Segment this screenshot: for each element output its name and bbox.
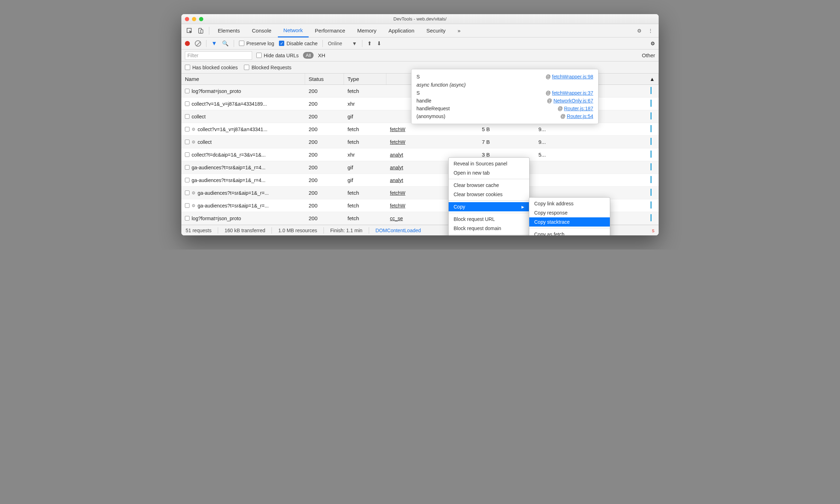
- table-row[interactable]: ga-audiences?t=sr&aip=1&_r=4...200gifana…: [181, 161, 659, 174]
- initiator-link[interactable]: fetchW: [390, 127, 406, 132]
- disable-cache-checkbox[interactable]: Disable cache: [279, 41, 317, 46]
- download-icon[interactable]: ⬇: [377, 40, 381, 47]
- row-checkbox[interactable]: [185, 140, 189, 144]
- stack-link[interactable]: Router.js:54: [567, 113, 593, 119]
- search-icon[interactable]: 🔍: [222, 40, 229, 47]
- gear-icon: ⚙: [192, 140, 196, 145]
- filter-all[interactable]: All: [303, 52, 314, 59]
- status-resources: 1.0 MB resources: [278, 228, 317, 233]
- filter-xhr[interactable]: XH: [318, 52, 325, 58]
- copy-submenu: Copy link address Copy response Copy sta…: [529, 197, 610, 235]
- table-row[interactable]: ⚙collect?v=1&_v=j87&a=43341...200fetchfe…: [181, 123, 659, 136]
- preserve-log-checkbox[interactable]: Preserve log: [239, 41, 274, 46]
- row-checkbox[interactable]: [185, 127, 189, 131]
- network-toolbar: ▼ 🔍 Preserve log Disable cache Online▼ ⬆…: [181, 37, 659, 49]
- upload-icon[interactable]: ⬆: [367, 40, 372, 47]
- throttle-select[interactable]: Online▼: [328, 41, 357, 46]
- tab-application[interactable]: Application: [383, 24, 420, 37]
- initiator-link[interactable]: fetchW: [390, 139, 406, 145]
- gear-icon: ⚙: [192, 127, 196, 132]
- table-row[interactable]: collect?t=dc&aip=1&_r=3&v=1&...200xhrana…: [181, 148, 659, 161]
- status-requests: 51 requests: [186, 228, 211, 233]
- row-checkbox[interactable]: [185, 178, 189, 182]
- ctx-block-url[interactable]: Block request URL: [449, 215, 529, 224]
- tab-console[interactable]: Console: [246, 24, 277, 37]
- initiator-link[interactable]: fetchW: [390, 203, 406, 209]
- kebab-icon[interactable]: ⋮: [645, 25, 656, 36]
- table-row[interactable]: ⚙collect200fetchfetchW7 B9...: [181, 136, 659, 148]
- table-row[interactable]: ga-audiences?t=sr&aip=1&_r=4...200gifana…: [181, 174, 659, 187]
- row-checkbox[interactable]: [185, 101, 189, 106]
- initiator-link[interactable]: cc_se: [390, 216, 403, 221]
- col-name[interactable]: Name: [181, 74, 305, 84]
- row-checkbox[interactable]: [185, 114, 189, 119]
- main-toolbar: Elements Console Network Performance Mem…: [181, 24, 659, 37]
- window-title: DevTools - web.dev/vitals/: [181, 16, 659, 22]
- tab-memory[interactable]: Memory: [351, 24, 382, 37]
- initiator-link[interactable]: analyt: [390, 152, 403, 158]
- titlebar: DevTools - web.dev/vitals/: [181, 14, 659, 24]
- ctx-open-new[interactable]: Open in new tab: [449, 168, 529, 177]
- settings-icon[interactable]: ⚙: [651, 41, 655, 46]
- tab-elements[interactable]: Elements: [212, 24, 246, 37]
- status-finish: Finish: 1.1 min: [330, 228, 362, 233]
- initiator-link[interactable]: analyt: [390, 177, 403, 183]
- gear-icon: ⚙: [192, 203, 196, 208]
- tab-security[interactable]: Security: [421, 24, 451, 37]
- initiator-link[interactable]: fetchW: [390, 190, 406, 196]
- stacktrace-tooltip: S@ fetchWrapper.js:98 async function (as…: [411, 69, 599, 124]
- has-blocked-checkbox[interactable]: Has blocked cookies: [185, 65, 238, 70]
- stack-link[interactable]: Router.js:187: [564, 106, 594, 111]
- gear-icon: ⚙: [192, 191, 196, 195]
- status-dcl: DOMContentLoaded: [375, 228, 421, 233]
- device-icon[interactable]: [196, 25, 206, 36]
- hide-data-urls-checkbox[interactable]: Hide data URLs: [256, 53, 299, 58]
- context-menu: Reveal in Sources panel Open in new tab …: [448, 157, 530, 235]
- row-checkbox[interactable]: [185, 152, 189, 157]
- row-checkbox[interactable]: [185, 165, 189, 170]
- gear-icon[interactable]: ⚙: [634, 25, 644, 36]
- ctx-block-domain[interactable]: Block request domain: [449, 224, 529, 233]
- more-tabs[interactable]: »: [452, 24, 466, 37]
- svg-rect-2: [201, 30, 203, 33]
- sub-copy-response[interactable]: Copy response: [529, 208, 610, 217]
- initiator-link[interactable]: analyt: [390, 165, 403, 170]
- tab-network[interactable]: Network: [278, 24, 309, 37]
- stack-link[interactable]: NetworkOnly.js:67: [553, 98, 593, 104]
- stack-link[interactable]: fetchWrapper.js:98: [552, 74, 593, 80]
- status-load-suffix: s: [652, 228, 654, 233]
- status-transferred: 160 kB transferred: [224, 228, 265, 233]
- record-icon[interactable]: [185, 41, 190, 46]
- sub-copy-fetch[interactable]: Copy as fetch: [529, 230, 610, 235]
- sub-copy-stacktrace[interactable]: Copy stacktrace: [529, 217, 610, 227]
- filter-icon[interactable]: ▼: [211, 40, 217, 47]
- stack-link[interactable]: fetchWrapper.js:37: [552, 90, 593, 96]
- devtools-window: DevTools - web.dev/vitals/ Elements Cons…: [181, 14, 659, 235]
- filter-input[interactable]: Filter: [185, 51, 252, 60]
- sub-copy-link[interactable]: Copy link address: [529, 199, 610, 208]
- row-checkbox[interactable]: [185, 216, 189, 221]
- blocked-requests-checkbox[interactable]: Blocked Requests: [244, 65, 291, 70]
- row-checkbox[interactable]: [185, 191, 189, 195]
- inspect-icon[interactable]: [184, 25, 195, 36]
- row-checkbox[interactable]: [185, 89, 189, 93]
- ctx-reveal[interactable]: Reveal in Sources panel: [449, 159, 529, 168]
- ctx-clear-cookies[interactable]: Clear browser cookies: [449, 190, 529, 199]
- row-checkbox[interactable]: [185, 203, 189, 208]
- filter-other[interactable]: Other: [642, 52, 655, 58]
- ctx-clear-cache[interactable]: Clear browser cache: [449, 181, 529, 190]
- tab-performance[interactable]: Performance: [309, 24, 351, 37]
- filter-toolbar: Filter Hide data URLs All XH Other: [181, 49, 659, 61]
- col-type[interactable]: Type: [344, 74, 386, 84]
- ctx-copy[interactable]: Copy▶: [449, 202, 529, 211]
- clear-icon[interactable]: [195, 40, 201, 47]
- col-status[interactable]: Status: [305, 74, 344, 84]
